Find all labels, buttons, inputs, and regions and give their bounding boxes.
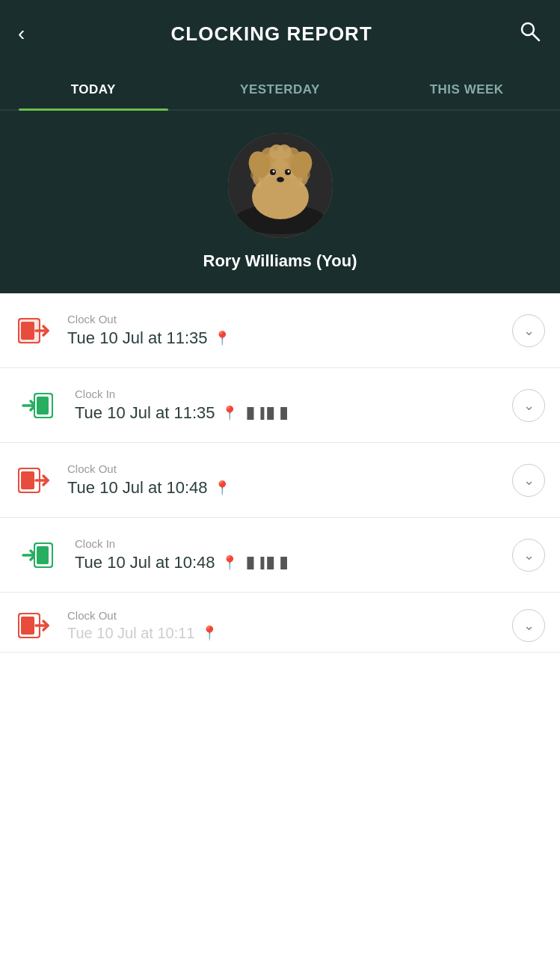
header: ‹ CLOCKING REPORT	[0, 0, 560, 67]
table-row: Clock In Tue 10 Jul at 11:35 📍 ▐▌▐▐▌▐▌ ⌄	[0, 368, 560, 443]
clock-in-icon	[15, 533, 60, 578]
svg-rect-37	[37, 397, 49, 415]
entry-content: Clock In Tue 10 Jul at 11:35 📍 ▐▌▐▐▌▐▌	[60, 388, 512, 423]
location-icon: 📍	[221, 405, 238, 421]
expand-button[interactable]: ⌄	[512, 314, 545, 347]
svg-rect-48	[21, 617, 34, 635]
svg-rect-40	[21, 471, 34, 489]
clock-in-icon	[15, 383, 60, 428]
barcode-icon: ▐▌▐▐▌▐▌	[244, 557, 290, 569]
entry-time: Tue 10 Jul at 11:35 📍	[67, 328, 512, 348]
profile-section: Rory Williams (You)	[0, 111, 560, 293]
entry-content: Clock Out Tue 10 Jul at 10:48 📍	[52, 462, 512, 498]
table-row: Clock In Tue 10 Jul at 10:48 📍 ▐▌▐▐▌▐▌ ⌄	[0, 518, 560, 593]
svg-line-1	[532, 34, 539, 40]
svg-point-26	[277, 144, 292, 159]
table-row: Clock Out Tue 10 Jul at 10:48 📍 ⌄	[0, 443, 560, 518]
entry-label: Clock Out	[67, 313, 512, 325]
expand-button[interactable]: ⌄	[512, 464, 545, 497]
entries-list: Clock Out Tue 10 Jul at 11:35 📍 ⌄ Clock …	[0, 293, 560, 652]
location-icon: 📍	[214, 330, 230, 346]
entry-label: Clock In	[75, 537, 512, 550]
tab-today[interactable]: TODAY	[0, 67, 187, 109]
entry-time: Tue 10 Jul at 10:48 📍	[67, 478, 512, 498]
location-icon: 📍	[214, 480, 230, 496]
entry-time: Tue 10 Jul at 10:48 📍 ▐▌▐▐▌▐▌	[75, 553, 512, 572]
tab-yesterday[interactable]: YESTERDAY	[187, 67, 374, 109]
svg-point-20	[272, 171, 274, 173]
entry-label: Clock In	[75, 388, 512, 400]
table-row: Clock Out Tue 10 Jul at 10:11 📍 ⌄	[0, 593, 560, 652]
clock-out-icon	[15, 607, 52, 644]
entry-content: Clock Out Tue 10 Jul at 10:11 📍	[52, 609, 512, 642]
clock-out-icon	[15, 462, 52, 499]
expand-button[interactable]: ⌄	[512, 389, 545, 422]
table-row: Clock Out Tue 10 Jul at 11:35 📍 ⌄	[0, 293, 560, 368]
barcode-icon: ▐▌▐▐▌▐▌	[244, 407, 290, 419]
expand-button[interactable]: ⌄	[512, 609, 545, 642]
svg-point-22	[277, 177, 284, 183]
entry-time: Tue 10 Jul at 11:35 📍 ▐▌▐▐▌▐▌	[75, 403, 512, 423]
location-icon: 📍	[221, 554, 238, 571]
entry-content: Clock In Tue 10 Jul at 10:48 📍 ▐▌▐▐▌▐▌	[60, 537, 512, 572]
entry-label: Clock Out	[67, 609, 512, 622]
clock-out-icon	[15, 312, 52, 349]
tabs-container: TODAY YESTERDAY THIS WEEK	[0, 67, 560, 111]
avatar	[228, 133, 333, 238]
expand-button[interactable]: ⌄	[512, 539, 545, 572]
tab-this-week[interactable]: THIS WEEK	[373, 67, 560, 109]
entry-time: Tue 10 Jul at 10:11 📍	[67, 625, 512, 642]
svg-point-21	[287, 171, 289, 173]
profile-name: Rory Williams (You)	[203, 251, 357, 271]
location-icon: 📍	[201, 625, 218, 641]
back-button[interactable]: ‹	[18, 22, 25, 46]
search-button[interactable]	[518, 19, 542, 49]
svg-rect-45	[37, 546, 49, 564]
page-title: CLOCKING REPORT	[171, 22, 372, 46]
svg-rect-32	[21, 322, 34, 340]
entry-label: Clock Out	[67, 462, 512, 475]
entry-content: Clock Out Tue 10 Jul at 11:35 📍	[52, 313, 512, 348]
